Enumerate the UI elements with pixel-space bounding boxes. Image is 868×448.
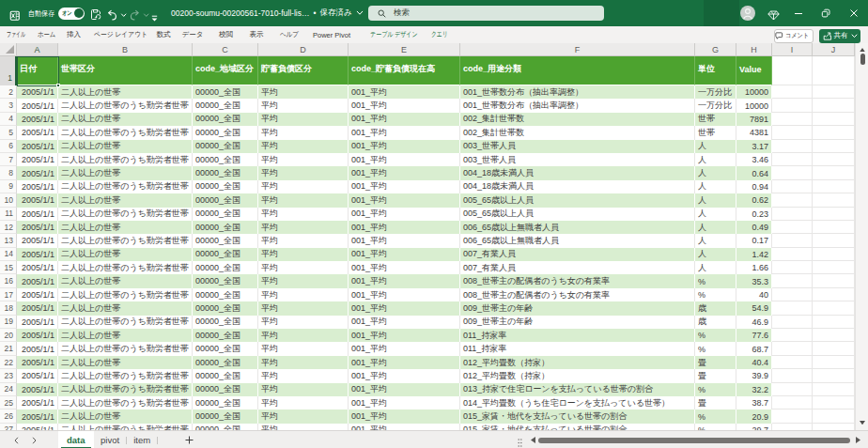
cell-E8[interactable]: 001_平均 (349, 166, 460, 179)
cell-E10[interactable]: 001_平均 (349, 193, 460, 207)
cell-I14[interactable] (772, 248, 813, 261)
cell-H25[interactable]: 38.7 (736, 396, 772, 409)
cell-G7[interactable]: 人 (695, 153, 736, 166)
cell-B9[interactable]: 二人以上の世帯のうち勤労者世帯 (58, 180, 193, 193)
cell-C14[interactable]: 00000_全国 (193, 248, 258, 261)
cell-A5[interactable]: 2005/1/1 (17, 126, 58, 139)
row-header-26[interactable]: 26 (0, 409, 17, 423)
column-header-G[interactable]: G (695, 43, 736, 56)
cell-J21[interactable] (813, 342, 855, 355)
cell-G27[interactable]: % (695, 424, 736, 430)
cell-H15[interactable]: 1.66 (736, 261, 772, 274)
cell-H22[interactable]: 40.4 (736, 356, 772, 369)
cell-G15[interactable]: 人 (695, 261, 736, 274)
cell-G1[interactable]: 単位 (695, 56, 736, 85)
save-icon[interactable] (90, 8, 102, 24)
undo-button[interactable] (106, 8, 127, 24)
cell-D20[interactable]: 平均 (258, 329, 349, 342)
cell-C18[interactable]: 00000_全国 (193, 301, 258, 315)
cell-H4[interactable]: 7891 (736, 113, 772, 126)
cell-F17[interactable]: 008_世帯主の配偶者のうち女の有業率 (460, 288, 695, 301)
cell-E13[interactable]: 001_平均 (349, 234, 460, 247)
cell-J2[interactable] (813, 85, 855, 99)
row-header-4[interactable]: 4 (0, 113, 17, 126)
cell-E24[interactable]: 001_平均 (349, 383, 460, 396)
column-header-D[interactable]: D (258, 43, 349, 56)
cell-J15[interactable] (813, 261, 855, 274)
cell-I2[interactable] (772, 85, 813, 99)
ribbon-tab-help[interactable]: ヘルプ (280, 30, 299, 39)
cell-F9[interactable]: 004_18歳未満人員 (460, 180, 695, 193)
cell-H21[interactable]: 68.7 (736, 342, 772, 355)
cell-I23[interactable] (772, 369, 813, 382)
cell-F6[interactable]: 003_世帯人員 (460, 140, 695, 153)
row-header-16[interactable]: 16 (0, 274, 17, 287)
cell-H20[interactable]: 77.6 (736, 329, 772, 342)
cell-A24[interactable]: 2005/1/1 (17, 383, 58, 396)
row-header-18[interactable]: 18 (0, 301, 17, 315)
cell-I25[interactable] (772, 396, 813, 409)
cell-G19[interactable]: 歳 (695, 316, 736, 329)
cell-J3[interactable] (813, 99, 855, 112)
cell-C17[interactable]: 00000_全国 (193, 288, 258, 301)
cell-G4[interactable]: 世帯 (695, 113, 736, 126)
cell-J26[interactable] (813, 409, 855, 423)
vertical-scrollbar[interactable] (855, 43, 868, 430)
cell-G14[interactable]: 人 (695, 248, 736, 261)
cell-J8[interactable] (813, 166, 855, 179)
cell-I3[interactable] (772, 99, 813, 112)
cell-F20[interactable]: 011_持家率 (460, 329, 695, 342)
cell-I16[interactable] (772, 274, 813, 287)
sheet-tab-item[interactable]: item (127, 431, 158, 448)
row-header-5[interactable]: 5 (0, 126, 17, 139)
cell-I18[interactable] (772, 301, 813, 315)
cell-H24[interactable]: 32.2 (736, 383, 772, 396)
cell-H5[interactable]: 4381 (736, 126, 772, 139)
cell-H26[interactable]: 20.9 (736, 409, 772, 423)
cell-I21[interactable] (772, 342, 813, 355)
cell-J11[interactable] (813, 208, 855, 221)
cell-D14[interactable]: 平均 (258, 248, 349, 261)
cell-H3[interactable]: 10000 (736, 99, 772, 112)
cell-J13[interactable] (813, 234, 855, 247)
cell-F4[interactable]: 002_集計世帯数 (460, 113, 695, 126)
cell-C5[interactable]: 00000_全国 (193, 126, 258, 139)
cell-E15[interactable]: 001_平均 (349, 261, 460, 274)
cell-C19[interactable]: 00000_全国 (193, 316, 258, 329)
cell-F2[interactable]: 001_世帯数分布（抽出率調整） (460, 85, 695, 99)
row-header-19[interactable]: 19 (0, 316, 17, 329)
cell-D5[interactable]: 平均 (258, 126, 349, 139)
cell-J23[interactable] (813, 369, 855, 382)
cell-G12[interactable]: 人 (695, 221, 736, 234)
cell-H9[interactable]: 0.94 (736, 180, 772, 193)
cell-I1[interactable] (772, 56, 813, 85)
cell-H27[interactable]: 29.7 (736, 424, 772, 430)
cell-C1[interactable]: code_地域区分 (193, 56, 258, 85)
cell-F14[interactable]: 007_有業人員 (460, 248, 695, 261)
cell-B23[interactable]: 二人以上の世帯のうち勤労者世帯 (58, 369, 193, 382)
cell-C7[interactable]: 00000_全国 (193, 153, 258, 166)
column-header-C[interactable]: C (193, 43, 258, 56)
cell-C12[interactable]: 00000_全国 (193, 221, 258, 234)
cell-H6[interactable]: 3.17 (736, 140, 772, 153)
ribbon-tab-home[interactable]: ホーム (38, 30, 55, 39)
ribbon-tab-formulas[interactable]: 数式 (157, 30, 171, 39)
cell-C8[interactable]: 00000_全国 (193, 166, 258, 179)
cell-E23[interactable]: 001_平均 (349, 369, 460, 382)
cell-C2[interactable]: 00000_全国 (193, 85, 258, 99)
close-button[interactable] (845, 0, 863, 26)
cell-G8[interactable]: 人 (695, 166, 736, 179)
cell-I7[interactable] (772, 153, 813, 166)
cell-J17[interactable] (813, 288, 855, 301)
cell-F16[interactable]: 008_世帯主の配偶者のうち女の有業率 (460, 274, 695, 287)
cell-H10[interactable]: 0.62 (736, 193, 772, 207)
cell-F22[interactable]: 012_平均畳数（持家） (460, 356, 695, 369)
cell-I6[interactable] (772, 140, 813, 153)
ribbon-tab-review[interactable]: 校閲 (219, 30, 233, 39)
cell-J7[interactable] (813, 153, 855, 166)
cell-A23[interactable]: 2005/1/1 (17, 369, 58, 382)
sheet-nav-next[interactable] (27, 431, 40, 448)
cell-G3[interactable]: 一万分比 (695, 99, 736, 112)
cell-H8[interactable]: 0.64 (736, 166, 772, 179)
cell-F5[interactable]: 002_集計世帯数 (460, 126, 695, 139)
